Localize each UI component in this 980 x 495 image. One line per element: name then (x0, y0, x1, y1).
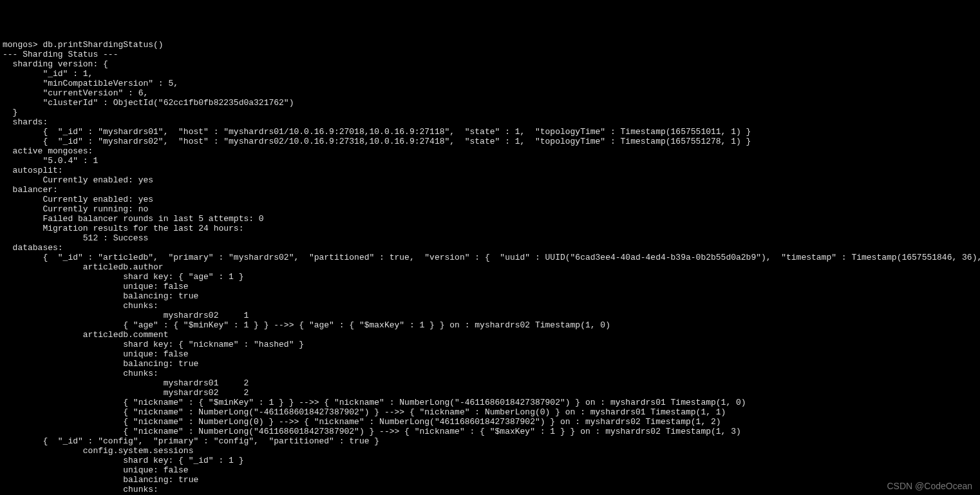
output-line: "minCompatibleVersion" : 5, (3, 79, 178, 88)
output-line: Migration results for the last 24 hours: (3, 224, 243, 233)
output-line: Currently enabled: yes (3, 195, 153, 204)
output-line: { "_id" : "myshardrs01", "host" : "mysha… (3, 127, 751, 137)
output-line: { "age" : { "$minKey" : 1 } } -->> { "ag… (3, 320, 610, 330)
output-line: myshardrs01 2 (3, 378, 249, 388)
output-line: 512 : Success (3, 233, 148, 243)
output-line: chunks: (3, 485, 158, 494)
output-line: Currently running: no (3, 204, 148, 214)
output-line: articledb.author (3, 262, 164, 272)
output-line: shards: (3, 117, 48, 127)
output-line: shard key: { "nickname" : "hashed" } (3, 340, 304, 349)
output-line: chunks: (3, 301, 158, 311)
output-line: "clusterId" : ObjectId("62cc1fb0fb82235d… (3, 98, 294, 108)
output-line: unique: false (3, 465, 189, 475)
terminal-output: mongos> db.printShardingStatus() --- Sha… (3, 40, 977, 495)
output-line: "_id" : 1, (3, 69, 93, 79)
output-line: balancing: true (3, 359, 198, 369)
output-line: { "_id" : "myshardrs02", "host" : "mysha… (3, 137, 751, 146)
output-line: unique: false (3, 282, 189, 291)
output-line: Currently enabled: yes (3, 175, 153, 185)
output-line: "currentVersion" : 6, (3, 88, 148, 98)
output-line: config.system.sessions (3, 446, 193, 456)
watermark: CSDN @CodeOcean (887, 481, 973, 491)
output-line: { "_id" : "articledb", "primary" : "mysh… (3, 253, 980, 262)
output-line: myshardrs02 2 (3, 388, 249, 398)
output-line: { "nickname" : NumberLong("-461168601842… (3, 407, 726, 417)
output-line: myshardrs02 1 (3, 311, 249, 320)
output-line: sharding version: { (3, 59, 108, 69)
output-line: Failed balancer rounds in last 5 attempt… (3, 214, 264, 224)
output-line: { "nickname" : NumberLong("4611686018427… (3, 427, 741, 436)
output-line: { "nickname" : { "$minKey" : 1 } } -->> … (3, 398, 746, 407)
output-line: balancing: true (3, 475, 198, 485)
output-line: chunks: (3, 369, 158, 378)
output-line: articledb.comment (3, 330, 168, 340)
output-line: autosplit: (3, 166, 63, 175)
output-line: balancing: true (3, 291, 198, 301)
output-line: } (3, 108, 17, 117)
output-line: shard key: { "_id" : 1 } (3, 456, 243, 465)
output-line: unique: false (3, 349, 189, 359)
output-line: shard key: { "age" : 1 } (3, 272, 243, 282)
output-line: --- Sharding Status --- (3, 50, 123, 59)
output-line: databases: (3, 243, 63, 253)
output-line: { "nickname" : NumberLong(0) } -->> { "n… (3, 417, 721, 427)
output-line: { "_id" : "config", "primary" : "config"… (3, 436, 379, 446)
output-line: "5.0.4" : 1 (3, 156, 98, 166)
output-line: active mongoses: (3, 146, 93, 156)
output-line: balancer: (3, 185, 58, 195)
prompt-line[interactable]: mongos> db.printShardingStatus() (3, 40, 164, 50)
